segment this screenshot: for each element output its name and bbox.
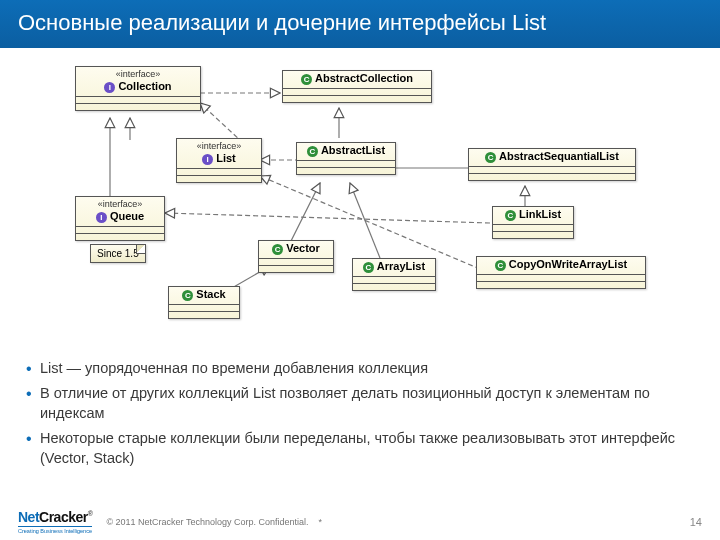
interface-icon: I — [202, 154, 213, 165]
stereotype: «interface» — [76, 67, 200, 79]
svg-line-7 — [290, 183, 320, 243]
class-icon: C — [485, 152, 496, 163]
logo-main: NetCracker® — [18, 509, 92, 525]
stereotype: «interface» — [76, 197, 164, 209]
uml-class-stack: CStack — [168, 286, 240, 319]
uml-class-collection: «interface» ICollection — [75, 66, 201, 111]
class-icon: C — [301, 74, 312, 85]
slide-title-text: Основные реализации и дочерние интерфейс… — [18, 10, 546, 35]
uml-class-linklist: CLinkList — [492, 206, 574, 239]
uml-class-copyonwritearraylist: CCopyOnWriteArrayList — [476, 256, 646, 289]
uml-diagram: «interface» ICollection «interface» ILis… — [0, 48, 720, 338]
bullet-item: Некоторые старые коллекции были передела… — [26, 429, 694, 468]
copyright-text: © 2011 NetCracker Technology Corp. Confi… — [106, 517, 308, 527]
logo-tagline: Creating Business Intelligence — [18, 526, 92, 534]
interface-icon: I — [96, 212, 107, 223]
page-number: 14 — [690, 516, 702, 528]
uml-class-arraylist: CArrayList — [352, 258, 436, 291]
uml-class-list: «interface» IList — [176, 138, 262, 183]
uml-note-since: Since 1.5 — [90, 244, 146, 263]
svg-line-11 — [165, 213, 490, 223]
uml-class-abstractcollection: CAbstractCollection — [282, 70, 432, 103]
class-icon: C — [307, 146, 318, 157]
class-icon: C — [182, 290, 193, 301]
uml-class-abstractsequantiallist: CAbstractSequantialList — [468, 148, 636, 181]
uml-class-vector: CVector — [258, 240, 334, 273]
stereotype: «interface» — [177, 139, 261, 151]
svg-line-8 — [350, 183, 380, 258]
bullet-item: List — упорядоченная по времени добавлен… — [26, 359, 694, 379]
bullet-list: List — упорядоченная по времени добавлен… — [0, 353, 720, 469]
class-icon: C — [272, 244, 283, 255]
class-icon: C — [363, 262, 374, 273]
slide-title: Основные реализации и дочерние интерфейс… — [0, 0, 720, 48]
class-icon: C — [505, 210, 516, 221]
uml-class-abstractlist: CAbstractList — [296, 142, 396, 175]
interface-icon: I — [104, 82, 115, 93]
class-icon: C — [495, 260, 506, 271]
uml-class-queue: «interface» IQueue — [75, 196, 165, 241]
footer: NetCracker® Creating Business Intelligen… — [0, 509, 720, 534]
footer-asterisk: * — [318, 517, 322, 527]
logo: NetCracker® Creating Business Intelligen… — [18, 509, 92, 534]
bullet-item: В отличие от других коллекций List позво… — [26, 384, 694, 423]
